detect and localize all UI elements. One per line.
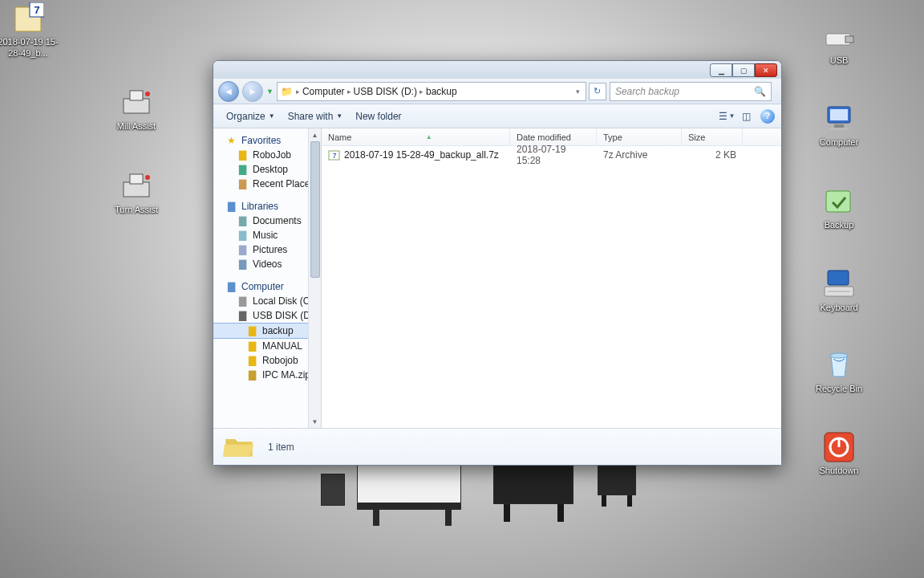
scroll-down-icon[interactable]: ▼ [309,415,321,428]
pictures-icon: ▇ [236,244,249,255]
svg-rect-3 [124,99,149,113]
nav-item-recent-places[interactable]: ▇Recent Places [213,177,321,191]
new-folder-button[interactable]: New folder [349,108,407,125]
preview-pane-button[interactable]: ◫ [736,108,756,125]
desktop-icon-label: Shutdown [820,466,859,477]
wallpaper-machine [321,462,658,534]
view-options-button[interactable]: ☰ ▼ [717,108,736,125]
nav-item-desktop[interactable]: ▇Desktop [213,162,321,177]
minimize-button[interactable]: ▁ [710,63,732,77]
share-with-menu[interactable]: Share with▼ [282,108,350,125]
breadcrumb-segment[interactable]: USB DISK (D:) [354,86,417,97]
file-list[interactable]: 7 2018-07-19 15-28-49_backup_all.7z 2018… [322,146,781,428]
desktop-icon-turn-assist[interactable]: Turn Assist [104,170,168,216]
breadcrumb-segment[interactable]: backup [426,86,457,97]
file-row[interactable]: 7 2018-07-19 15-28-49_backup_all.7z 2018… [322,146,781,164]
file-size: 2 KB [682,149,743,161]
desktop-icon-label: USB [830,55,849,67]
svg-point-8 [145,175,150,180]
desktop-icon-label: Turn Assist [115,205,158,216]
refresh-button[interactable]: ↻ [589,83,606,100]
desktop-icon-computer[interactable]: Computer [807,103,871,149]
search-icon: 🔍 [754,86,766,97]
desktop-icon-keyboard[interactable]: Keyboard [807,268,871,314]
desktop-icon-mill-assist[interactable]: Mill Assist [104,87,168,132]
chevron-down-icon[interactable]: ▾ [576,88,580,96]
chevron-right-icon: ▸ [347,88,351,96]
nav-history-dropdown[interactable]: ▼ [266,88,274,96]
column-header-date[interactable]: Date modified [510,128,597,145]
column-header-name[interactable]: Name▲ [322,128,510,145]
nav-item-documents[interactable]: ▇Documents [213,214,321,228]
libraries-icon: ▇ [225,201,237,212]
toolbar: Organize▼ Share with▼ New folder ☰ ▼ ◫ ? [213,104,781,128]
svg-rect-14 [829,128,849,130]
desktop-icon-label: Keyboard [820,303,857,314]
libraries-label: Libraries [241,201,278,212]
nav-forward-button[interactable]: ► [242,81,263,102]
nav-label: backup [262,325,294,336]
breadcrumb-segment[interactable]: Computer [302,86,345,97]
usb-drive-icon: ▇ [236,310,249,321]
backup-icon [821,185,857,218]
scrollbar-thumb[interactable] [310,141,320,278]
nav-item-local-disk-c[interactable]: ▇Local Disk (C:) [213,294,321,308]
chevron-right-icon: ▸ [296,88,300,96]
desktop-icon-archive[interactable]: 7 2018-07-19 15-28-49_b... [0,2,60,59]
desktop-icon-usb[interactable]: USB [807,21,871,67]
nav-item-backup[interactable]: ▇backup [213,323,321,339]
nav-item-pictures[interactable]: ▇Pictures [213,242,321,257]
drive-icon: ▇ [236,295,249,307]
titlebar[interactable]: ▁ ▢ ✕ [213,61,781,79]
column-header-type[interactable]: Type [597,128,682,145]
desktop-icon-label: Backup [825,220,854,231]
maximize-button[interactable]: ▢ [732,63,755,77]
favorites-header[interactable]: ★Favorites [213,133,321,148]
folder-icon: 📁 [281,86,294,97]
file-name: 2018-07-19 15-28-49_backup_all.7z [344,149,499,161]
svg-rect-6 [124,182,149,197]
svg-point-5 [145,92,150,96]
computer-label: Computer [241,281,284,292]
nav-label: Documents [253,215,302,226]
desktop-icon: ▇ [236,164,249,175]
nav-label: MANUAL [262,340,302,352]
folder-open-icon [223,434,255,461]
nav-item-videos[interactable]: ▇Videos [213,257,321,271]
nav-scrollbar[interactable]: ▲ ▼ [308,128,321,428]
star-icon: ★ [225,135,237,146]
music-icon: ▇ [236,230,249,241]
scroll-up-icon[interactable]: ▲ [309,128,321,141]
machine-icon [119,170,154,202]
desktop-icon-backup[interactable]: Backup [807,185,871,231]
svg-rect-10 [845,36,853,43]
nav-item-usb-disk-d[interactable]: ▇USB DISK (D:) [213,308,321,323]
new-folder-label: New folder [355,111,401,122]
nav-back-button[interactable]: ◄ [218,81,239,102]
share-label: Share with [288,111,334,122]
search-placeholder: Search backup [615,86,679,97]
nav-item-robojob[interactable]: ▇RoboJob [213,148,321,162]
search-input[interactable]: Search backup 🔍 [610,82,772,101]
chevron-down-icon: ▼ [269,112,275,120]
nav-item-music[interactable]: ▇Music [213,228,321,242]
desktop-icon-shutdown[interactable]: Shutdown [807,431,871,477]
libraries-header[interactable]: ▇Libraries [213,199,321,214]
file-list-area: Name▲ Date modified Type Size 7 2018-07-… [322,128,781,428]
svg-rect-12 [830,109,848,120]
nav-label: RoboJob [253,149,291,161]
keyboard-icon [821,268,857,300]
help-button[interactable]: ? [760,109,775,124]
desktop-icon-recycle-bin[interactable]: Recycle Bin [807,349,871,395]
nav-label: Music [253,230,278,241]
nav-item-ipc-ma-zip[interactable]: ▇IPC MA.zip [213,368,321,382]
organize-menu[interactable]: Organize▼ [220,108,282,125]
nav-item-robojob-folder[interactable]: ▇Robojob [213,353,321,368]
computer-header[interactable]: ▇Computer [213,279,321,294]
close-button[interactable]: ✕ [755,63,777,77]
breadcrumb[interactable]: 📁 ▸ Computer ▸ USB DISK (D:) ▸ backup ▾ [277,82,586,101]
documents-icon: ▇ [236,215,249,226]
svg-point-19 [830,353,848,358]
nav-item-manual[interactable]: ▇MANUAL [213,339,321,353]
column-header-size[interactable]: Size [682,128,743,145]
